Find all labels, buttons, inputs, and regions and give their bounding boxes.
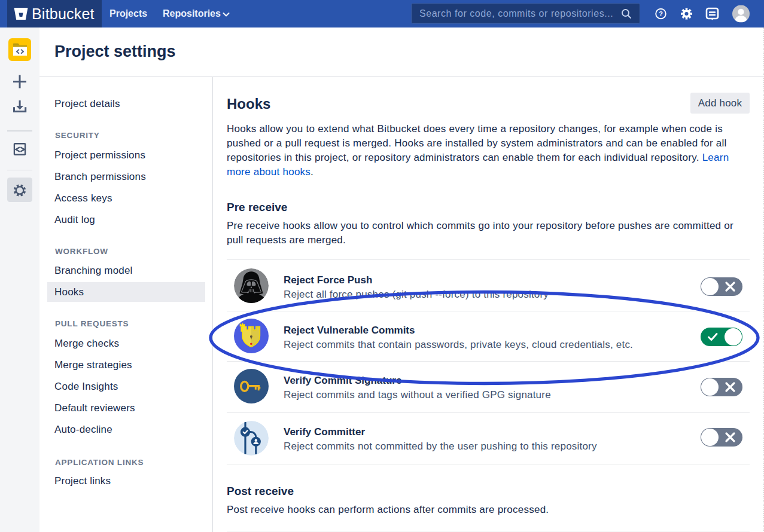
svg-text:?: ? [659,10,663,17]
